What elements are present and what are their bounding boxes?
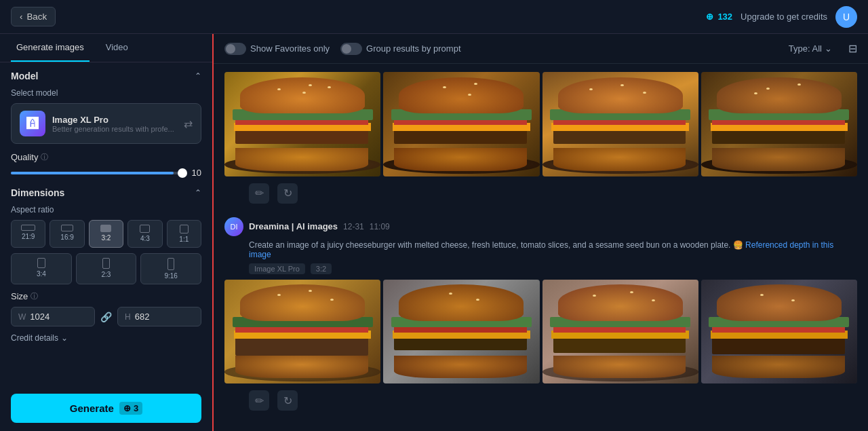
aspect-btn-3-2[interactable]: 3:2 (89, 220, 123, 248)
quality-info-icon: ⓘ (41, 152, 48, 162)
favorites-toggle-dot (226, 44, 235, 54)
feed: ✏ ↻ DI Dreamina | AI images 12-31 11:09 … (214, 64, 868, 431)
back-label: Back (26, 12, 47, 22)
image-thumb-7[interactable] (542, 280, 698, 384)
group-toggle-dot (342, 44, 351, 54)
aspect-shape-21-9 (21, 225, 35, 231)
show-favorites-toggle[interactable]: Show Favorites only (224, 43, 330, 55)
aspect-shape-3-2 (100, 225, 111, 232)
type-filter[interactable]: Type: All ⌄ (789, 43, 832, 54)
image-thumb-4[interactable] (701, 72, 857, 176)
credits-badge: ⊕ 132 (706, 12, 732, 22)
dimensions-section: Dimensions ⌃ Aspect ratio 21:9 16:9 (11, 187, 201, 326)
dimensions-header: Dimensions ⌃ (11, 187, 201, 198)
quality-label: Quality (11, 152, 38, 162)
generate-credit-badge: ⊕ 3 (119, 402, 142, 415)
feed-tag-model-2: Image XL Pro (249, 263, 305, 274)
image-thumb-8[interactable] (701, 280, 857, 384)
aspect-btn-21-9[interactable]: 21:9 (11, 220, 45, 248)
quality-slider-fill (11, 172, 174, 174)
model-card[interactable]: 🅰 Image XL Pro Better generation results… (11, 103, 201, 144)
size-label: Size (11, 291, 28, 301)
credit-details-label: Credit details (11, 333, 58, 343)
image-grid-2 (224, 280, 857, 384)
quality-slider-track[interactable] (11, 172, 182, 174)
image-thumb-6[interactable] (383, 280, 539, 384)
topbar-right: ⊕ 132 Upgrade to get credits U (706, 6, 857, 28)
image-thumb-3[interactable] (542, 72, 698, 176)
aspect-shape-1-1 (180, 225, 189, 233)
sidebar-content: Model ⌃ Select model 🅰 Image XL Pro Bett… (0, 62, 212, 388)
feed-author-2: Dreamina | AI images (249, 221, 338, 231)
aspect-ratio-label: Aspect ratio (11, 205, 201, 214)
link-icon: 🔗 (100, 312, 112, 322)
credit-details[interactable]: Credit details ⌄ (11, 333, 201, 343)
height-label: H (125, 312, 131, 322)
generate-cost: 3 (134, 403, 138, 413)
model-info: Image XL Pro Better generation results w… (52, 115, 177, 133)
show-favorites-label: Show Favorites only (250, 43, 330, 54)
feed-actions-1: ✏ ↻ (224, 183, 857, 204)
group-toggle-track[interactable] (340, 43, 362, 55)
edit-button-1[interactable]: ✏ (249, 183, 269, 204)
sidebar: Generate images Video Model ⌃ Select mod… (0, 34, 214, 431)
group-by-prompt-label: Group results by prompt (366, 43, 460, 54)
back-button[interactable]: ‹ Back (11, 7, 56, 26)
aspect-shape-2-3 (102, 258, 110, 269)
image-thumb-1[interactable] (224, 72, 380, 176)
credits-icon: ⊕ (706, 12, 713, 22)
aspect-btn-16-9[interactable]: 16:9 (50, 220, 84, 248)
topbar: ‹ Back ⊕ 132 Upgrade to get credits U (0, 0, 868, 34)
generate-button[interactable]: Generate ⊕ 3 (11, 394, 201, 423)
favorites-toggle-track[interactable] (224, 43, 246, 55)
aspect-btn-1-1[interactable]: 1:1 (167, 220, 201, 248)
type-label: Type: All (789, 43, 822, 54)
group-by-prompt-toggle[interactable]: Group results by prompt (340, 43, 460, 55)
chevron-left-icon: ‹ (20, 12, 22, 22)
credit-chevron-icon: ⌄ (61, 333, 68, 343)
avatar: U (835, 6, 857, 28)
feed-actions-2: ✏ ↻ (224, 390, 857, 411)
feed-meta-row-2: DI Dreamina | AI images 12-31 11:09 (224, 217, 857, 236)
feed-tags-2: Image XL Pro 3:2 (224, 263, 857, 274)
refresh-button-2[interactable]: ↻ (277, 390, 298, 411)
width-value: 1024 (30, 312, 50, 322)
model-settings-icon[interactable]: ⇄ (184, 117, 193, 130)
image-thumb-5[interactable] (224, 280, 380, 384)
model-desc: Better generation results with profe... (52, 125, 177, 133)
feed-date-2: 12-31 (343, 222, 364, 231)
save-icon-button[interactable]: ⊟ (848, 42, 857, 55)
height-field[interactable]: H 682 (117, 307, 201, 326)
model-section-header: Model ⌃ (11, 71, 201, 81)
content-area: Show Favorites only Group results by pro… (214, 34, 868, 431)
aspect-ratio-grid-row2: 3:4 2:3 9:16 (11, 253, 201, 284)
model-chevron-icon: ⌃ (195, 71, 201, 81)
credits-count: 132 (717, 12, 732, 22)
aspect-btn-2-3[interactable]: 2:3 (76, 253, 137, 284)
quality-value: 10 (188, 168, 201, 178)
aspect-btn-9-16[interactable]: 9:16 (140, 253, 201, 284)
upgrade-button[interactable]: Upgrade to get credits (741, 12, 827, 22)
image-thumb-2[interactable] (383, 72, 539, 176)
feed-time-2: 11:09 (370, 222, 390, 231)
aspect-btn-3-4[interactable]: 3:4 (11, 253, 72, 284)
width-field[interactable]: W 1024 (11, 307, 95, 326)
size-info-icon: ⓘ (31, 291, 38, 301)
aspect-shape-9-16 (167, 258, 174, 270)
feed-prompt-2: Create an image of a juicy cheeseburger … (224, 240, 857, 259)
main-layout: Generate images Video Model ⌃ Select mod… (0, 34, 868, 431)
aspect-shape-4-3 (140, 225, 150, 233)
quality-header: Quality ⓘ (11, 152, 201, 162)
dimensions-title: Dimensions (11, 187, 64, 198)
tab-video[interactable]: Video (100, 34, 134, 62)
model-name: Image XL Pro (52, 115, 177, 125)
model-title: Model (11, 71, 38, 81)
content-toolbar: Show Favorites only Group results by pro… (214, 34, 868, 64)
edit-button-2[interactable]: ✏ (249, 390, 269, 411)
refresh-button-1[interactable]: ↻ (277, 183, 298, 204)
aspect-btn-4-3[interactable]: 4:3 (127, 220, 162, 248)
tab-generate-images[interactable]: Generate images (11, 34, 90, 62)
quality-slider-thumb[interactable] (178, 168, 187, 178)
feed-tag-ratio-2: 3:2 (311, 263, 332, 274)
credit-icon: ⊕ (123, 403, 131, 413)
